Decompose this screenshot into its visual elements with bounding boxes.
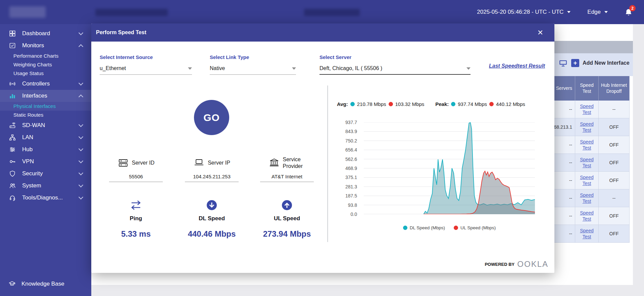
modal-header: Perform Speed Test ×	[91, 23, 554, 42]
sidebar-item-controllers[interactable]: Controllers	[0, 78, 91, 90]
close-icon[interactable]: ×	[538, 28, 543, 37]
speed-test-link[interactable]: Speed Test	[575, 174, 598, 186]
chart-stats: Avg: 210.78 Mbps 103.32 Mbps Peak: 937.7…	[337, 101, 525, 107]
add-new-interface-label[interactable]: Add New Interface	[583, 60, 630, 66]
ping-value: 5.33 ms	[104, 229, 168, 239]
sidebar-item-weighting-charts[interactable]: Weighting Charts	[0, 60, 91, 69]
top-header: 2025-05-20 05:46:28 - UTC - UTC Edge 2	[0, 0, 644, 24]
hub-dropoff-cell: OFF	[599, 154, 630, 172]
service-provider-block: Service Provider AT&T Internet	[255, 156, 319, 182]
sidebar-item-hub[interactable]: Hub	[0, 143, 91, 156]
internet-source-select[interactable]: u_Ethernet	[100, 65, 192, 75]
sidebar-item-static-routes[interactable]: Static Routes	[0, 111, 91, 119]
ping-block: Ping 5.33 ms	[104, 199, 168, 239]
link-type-select[interactable]: Native	[210, 65, 296, 75]
go-button[interactable]: GO	[194, 100, 229, 135]
column-settings-button[interactable]	[558, 59, 568, 67]
speed-test-link[interactable]: Speed Test	[575, 121, 598, 133]
sidebar-item-dashboard[interactable]: Dashboard	[0, 27, 91, 40]
sidebar-item-system[interactable]: System	[0, 180, 91, 192]
server-ip-value: 104.245.211.253	[185, 174, 239, 182]
powered-by-label: POWERED BY	[485, 262, 514, 267]
sidebar-item-performance-charts[interactable]: Performance Charts	[0, 52, 91, 60]
peak-ul-value: 440.12 Mbps	[496, 101, 525, 107]
sidebar-item-interfaces[interactable]: Interfaces	[0, 90, 91, 102]
speed-test-link[interactable]: Speed Test	[575, 192, 598, 204]
sidebar-item-knowledge-base[interactable]: Knowledge Base	[0, 278, 91, 290]
hub-dropoff-cell: OFF	[599, 207, 630, 225]
link-type-select-group: Select Link Type Native	[210, 54, 296, 75]
notifications-button[interactable]: 2	[625, 8, 633, 17]
modal-body: Select Internet Source u_Ethernet Select…	[91, 42, 554, 273]
sidebar-item-physical-interfaces[interactable]: Physical Interfaces	[0, 102, 91, 111]
dl-dot-icon	[451, 102, 455, 106]
speed-test-link[interactable]: Speed Test	[575, 210, 598, 222]
chevron-down-icon	[79, 195, 83, 199]
sidebar-item-sd-wan[interactable]: SD-WAN	[0, 119, 91, 131]
chevron-up-icon	[79, 44, 83, 49]
upload-icon	[280, 199, 294, 211]
chart-y-axis: 937.7843.9750.2656.4562.6468.9375.1281.3…	[335, 122, 360, 214]
server-ip-block: Server IP 104.245.211.253	[180, 156, 244, 182]
hub-icon	[9, 146, 16, 153]
ul-speed-label: UL Speed	[255, 215, 319, 222]
dl-speed-value: 440.46 Mbps	[180, 229, 244, 239]
avg-dl-value: 210.78 Mbps	[357, 101, 386, 107]
service-provider-label: Service Provider	[283, 156, 306, 170]
dl-speed-label: DL Speed	[180, 215, 244, 222]
app-root: + Add New Interface Servers Speed Test H…	[0, 0, 644, 296]
peak-label: Peak:	[435, 101, 449, 107]
speed-test-link[interactable]: Speed Test	[575, 139, 598, 151]
timestamp-text: 2025-05-20 05:46:28 - UTC - UTC	[477, 9, 563, 15]
speed-test-link[interactable]: Speed Test	[575, 103, 598, 115]
speed-test-link[interactable]: Speed Test	[575, 228, 598, 240]
last-speedtest-result-link[interactable]: Last Speedtest Result	[489, 63, 545, 69]
headset-icon	[9, 194, 16, 201]
powered-by-ookla: POWERED BY OOKLA	[485, 259, 548, 269]
speed-test-link[interactable]: Speed Test	[575, 157, 598, 169]
avg-ul-value: 103.32 Mbps	[395, 101, 425, 107]
column-header-speed-test: Speed Test	[575, 76, 599, 101]
server-select-group: Select Server Deft, Chicago, IL ( 55506 …	[319, 54, 470, 75]
controllers-icon	[9, 80, 16, 87]
sd-wan-icon	[9, 122, 16, 129]
chevron-down-icon	[79, 146, 83, 151]
speed-test-modal: Perform Speed Test × Select Internet Sou…	[91, 23, 554, 273]
sidebar-item-monitors[interactable]: Monitors	[0, 40, 91, 52]
server-icon	[117, 158, 129, 168]
laptop-icon	[193, 158, 205, 168]
dl-speed-block: DL Speed 440.46 Mbps	[180, 199, 244, 239]
knowledge-base-icon	[9, 281, 15, 287]
service-provider-value: AT&T Internet	[260, 174, 314, 182]
monitors-icon	[9, 42, 16, 49]
modal-title: Perform Speed Test	[96, 29, 146, 36]
sidebar: Dashboard Monitors Performance Charts We…	[0, 24, 91, 296]
sidebar-item-tools-diagnostics[interactable]: Tools/Diagnos...	[0, 192, 91, 204]
hub-dropoff-cell: --	[599, 189, 630, 207]
sidebar-item-lan[interactable]: LAN	[0, 131, 91, 143]
lan-icon	[9, 134, 16, 141]
download-icon	[205, 199, 218, 211]
server-select[interactable]: Deft, Chicago, IL ( 55506 )	[319, 65, 470, 75]
sidebar-item-usage-status[interactable]: Usage Status	[0, 69, 91, 78]
timezone-selector[interactable]: 2025-05-20 05:46:28 - UTC - UTC	[477, 9, 571, 15]
edge-selector[interactable]: Edge	[587, 9, 608, 15]
server-id-block: Server ID 55506	[104, 156, 168, 182]
sidebar-item-vpn[interactable]: VPN	[0, 156, 91, 168]
legend-dl: DL Speed (Mbps)	[403, 225, 445, 230]
dropdown-caret-icon	[466, 67, 470, 70]
dl-dot-icon	[403, 226, 407, 230]
avg-label: Avg:	[337, 101, 348, 107]
select-label: Select Server	[319, 54, 470, 60]
sidebar-item-security[interactable]: Security	[0, 168, 91, 180]
speed-chart	[364, 122, 535, 214]
internet-source-select-group: Select Internet Source u_Ethernet	[100, 54, 192, 75]
column-header-hub-internet-dropoff: Hub Internet Dropoff	[599, 76, 630, 101]
legend-ul: UL Speed (Mbps)	[454, 225, 496, 230]
hub-dropoff-cell: OFF	[599, 136, 630, 154]
monitor-icon	[559, 59, 567, 67]
server-ip-label: Server IP	[208, 160, 230, 166]
redacted-text-2	[304, 9, 360, 16]
add-new-interface-button[interactable]: +	[571, 59, 579, 67]
notification-badge: 2	[629, 5, 636, 11]
